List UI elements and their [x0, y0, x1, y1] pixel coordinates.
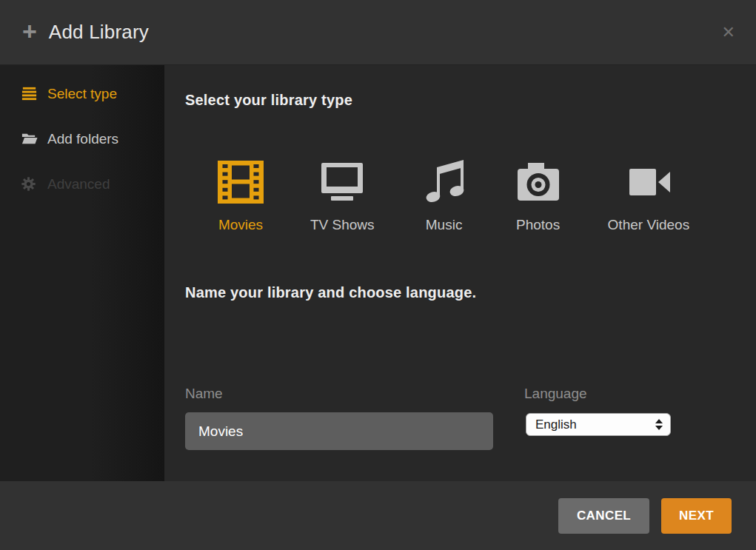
library-type-other-videos[interactable]: Other Videos	[608, 158, 690, 233]
library-type-heading: Select your library type	[185, 92, 352, 109]
library-name-input[interactable]	[185, 412, 493, 450]
sidebar-item-label: Advanced	[47, 176, 110, 192]
library-type-label: Movies	[218, 217, 263, 233]
tv-icon	[318, 158, 367, 206]
sidebar-item-advanced: Advanced	[0, 161, 164, 207]
open-folder-icon	[21, 130, 39, 148]
dialog-header: + Add Library ✕	[0, 0, 756, 65]
sidebar-item-add-folders[interactable]: Add folders	[0, 116, 164, 161]
list-lines-icon	[21, 85, 39, 103]
library-type-movies[interactable]: Movies	[216, 158, 265, 233]
language-select[interactable]: English	[526, 413, 671, 436]
main-panel: Select your library type	[164, 65, 756, 481]
add-library-dialog: + Add Library ✕ Select type	[0, 0, 756, 550]
gear-icon	[21, 175, 39, 193]
next-button[interactable]: NEXT	[661, 498, 732, 534]
steps-sidebar: Select type Add folders	[0, 65, 164, 481]
name-language-heading: Name your library and choose language.	[185, 284, 476, 301]
cancel-button[interactable]: CANCEL	[558, 498, 649, 534]
plus-icon: +	[22, 19, 37, 44]
sidebar-item-select-type[interactable]: Select type	[0, 71, 164, 116]
close-icon[interactable]: ✕	[722, 24, 735, 41]
library-type-music[interactable]: Music	[420, 158, 469, 233]
music-note-icon	[420, 158, 469, 206]
library-type-label: Other Videos	[608, 217, 690, 233]
name-field-label: Name	[185, 386, 223, 402]
library-type-label: Photos	[516, 217, 560, 233]
library-type-photos[interactable]: Photos	[514, 158, 563, 233]
library-type-options: Movies TV Shows	[216, 158, 689, 233]
camera-icon	[514, 158, 563, 206]
sidebar-item-label: Select type	[47, 86, 117, 102]
language-select-value: English	[535, 417, 655, 432]
language-field-label: Language	[524, 386, 587, 402]
select-arrows-icon	[655, 419, 663, 430]
library-type-tv-shows[interactable]: TV Shows	[310, 158, 375, 233]
film-strip-icon	[216, 158, 265, 206]
library-type-label: TV Shows	[310, 217, 375, 233]
dialog-footer: CANCEL NEXT	[0, 481, 756, 550]
library-type-label: Music	[426, 217, 463, 233]
sidebar-item-label: Add folders	[47, 131, 118, 147]
video-camera-icon	[624, 158, 673, 206]
dialog-title: Add Library	[49, 21, 149, 44]
dialog-body: Select type Add folders	[0, 65, 756, 481]
